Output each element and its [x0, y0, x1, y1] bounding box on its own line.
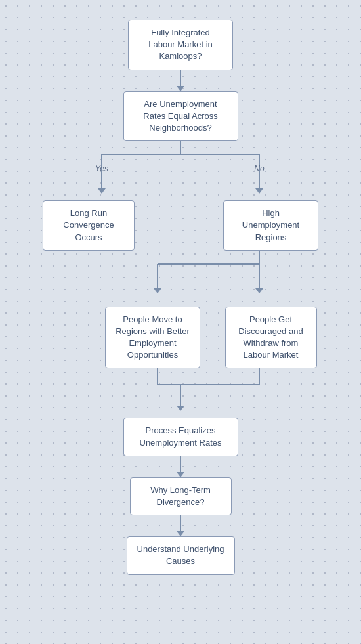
- start-box: Fully Integrated Labour Market in Kamloo…: [128, 20, 233, 70]
- branch-svg: Yes No: [43, 141, 318, 200]
- convergence-col: Long Run Convergence Occurs: [43, 200, 135, 251]
- arrow-line-2: [180, 456, 181, 472]
- flowchart: Fully Integrated Labour Market in Kamloo…: [13, 20, 348, 575]
- convergence-box: Long Run Convergence Occurs: [43, 200, 135, 251]
- arrow-line: [180, 70, 181, 86]
- equalizes-box: Process Equalizes Unemployment Rates: [123, 418, 238, 456]
- arrow-2: [177, 456, 184, 477]
- people-discouraged-label: People Get Discouraged and Withdraw from…: [238, 314, 303, 360]
- high-unemployment-label: High Unemployment Regions: [242, 208, 299, 242]
- svg-text:Yes: Yes: [95, 164, 108, 173]
- svg-marker-8: [98, 188, 106, 194]
- arrow-head-3: [177, 531, 184, 536]
- arrow-1: [177, 70, 184, 91]
- people-move-col: People Move to Regions with Better Emplo…: [102, 307, 203, 369]
- converge-svg: [43, 368, 318, 418]
- move-discouraged-row: People Move to Regions with Better Emplo…: [43, 307, 318, 369]
- svg-marker-16: [255, 288, 263, 293]
- divergence-box: Why Long-Term Divergence?: [130, 477, 232, 515]
- svg-marker-21: [177, 406, 184, 411]
- divergence-label: Why Long-Term Divergence?: [150, 485, 211, 507]
- high-unemployment-box: High Unemployment Regions: [223, 200, 318, 251]
- people-discouraged-col: People Get Discouraged and Withdraw from…: [223, 307, 318, 369]
- start-label: Fully Integrated Labour Market in Kamloo…: [148, 28, 213, 61]
- high-unemployment-col: High Unemployment Regions: [223, 200, 318, 251]
- svg-text:No: No: [254, 164, 265, 173]
- question-box: Are Unemployment Rates Equal Across Neig…: [123, 91, 238, 142]
- convergence-label: Long Run Convergence Occurs: [63, 208, 114, 242]
- question-label: Are Unemployment Rates Equal Across Neig…: [143, 99, 217, 133]
- arrow-head-2: [177, 472, 184, 477]
- svg-marker-10: [255, 188, 263, 194]
- people-discouraged-box: People Get Discouraged and Withdraw from…: [225, 307, 317, 369]
- causes-box: Understand Underlying Causes: [127, 536, 235, 574]
- people-move-label: People Move to Regions with Better Emplo…: [116, 314, 190, 360]
- arrow-3: [177, 515, 184, 536]
- split-svg: [43, 251, 318, 307]
- causes-label: Understand Underlying Causes: [137, 544, 224, 566]
- arrow-head: [177, 86, 184, 91]
- equalizes-label: Process Equalizes Unemployment Rates: [140, 425, 222, 447]
- people-move-box: People Move to Regions with Better Emplo…: [105, 307, 200, 369]
- svg-marker-14: [154, 288, 161, 293]
- arrow-line-3: [180, 515, 181, 531]
